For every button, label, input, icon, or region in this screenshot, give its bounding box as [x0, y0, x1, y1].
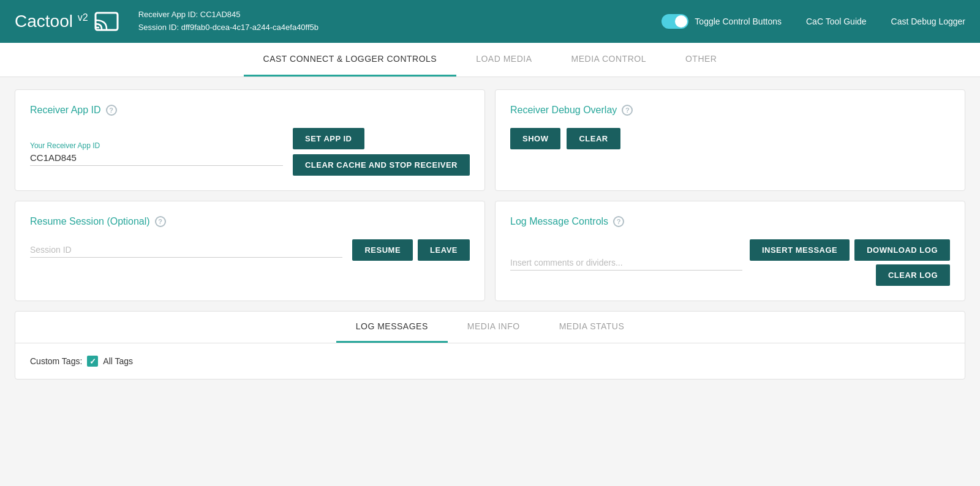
receiver-app-id-input-section: Your Receiver App ID CC1AD845: [30, 141, 283, 176]
cast-icon: [94, 12, 119, 31]
bottom-section: LOG MESSAGES MEDIA INFO MEDIA STATUS Cus…: [15, 311, 965, 379]
toggle-label: Toggle Control Buttons: [695, 17, 782, 26]
receiver-app-id-header: Receiver App ID: CC1AD845: [138, 9, 662, 21]
all-tags-label: All Tags: [103, 356, 133, 366]
tab-other[interactable]: OTHER: [666, 43, 737, 77]
tab-load-media[interactable]: LOAD MEDIA: [456, 43, 551, 77]
show-overlay-button[interactable]: SHOW: [510, 128, 560, 149]
clear-log-button[interactable]: CLEAR LOG: [876, 264, 950, 286]
log-message-controls-card: Log Message Controls ? INSERT MESSAGE DO…: [495, 201, 965, 301]
bottom-tabs: LOG MESSAGES MEDIA INFO MEDIA STATUS: [15, 312, 965, 343]
session-input-wrap: [30, 242, 342, 258]
header-nav: CaC Tool Guide Cast Debug Logger: [806, 17, 965, 26]
all-tags-checkbox[interactable]: [87, 356, 98, 367]
custom-tags-row: Custom Tags: All Tags: [30, 356, 950, 367]
custom-tags-label: Custom Tags:: [30, 356, 82, 366]
clear-cache-button[interactable]: CLEAR CACHE AND STOP RECEIVER: [293, 154, 470, 176]
receiver-debug-overlay-help-icon[interactable]: ?: [622, 105, 633, 116]
toggle-control-buttons[interactable]: Toggle Control Buttons: [662, 14, 782, 29]
logo-text: Cactool v2: [15, 12, 88, 31]
resume-button[interactable]: RESUME: [352, 239, 413, 261]
clear-overlay-button[interactable]: CLEAR: [567, 128, 620, 149]
receiver-app-id-input-label: Your Receiver App ID: [30, 141, 283, 150]
session-id-input[interactable]: [30, 242, 342, 258]
log-buttons: INSERT MESSAGE DOWNLOAD LOG CLEAR LOG: [750, 239, 950, 286]
set-app-id-button[interactable]: SET APP ID: [293, 128, 364, 149]
session-id-header: Session ID: dff9fab0-dcea-4c17-a244-ca4e…: [138, 21, 662, 34]
receiver-app-id-input-value: CC1AD845: [30, 152, 283, 166]
tab-media-control[interactable]: MEDIA CONTROL: [552, 43, 666, 77]
tab-media-status[interactable]: MEDIA STATUS: [540, 312, 644, 343]
debug-overlay-buttons: SHOW CLEAR: [510, 128, 950, 149]
resume-session-body: RESUME LEAVE: [30, 239, 470, 261]
insert-message-button[interactable]: INSERT MESSAGE: [750, 239, 850, 261]
receiver-debug-overlay-card: Receiver Debug Overlay ? SHOW CLEAR: [495, 89, 965, 191]
header-info: Receiver App ID: CC1AD845 Session ID: df…: [138, 9, 662, 34]
nav-cast-debug-logger[interactable]: Cast Debug Logger: [891, 17, 965, 26]
top-tabs-container: CAST CONNECT & LOGGER CONTROLS LOAD MEDI…: [0, 43, 980, 77]
receiver-app-id-actions: SET APP ID CLEAR CACHE AND STOP RECEIVER: [293, 128, 470, 176]
receiver-app-id-help-icon[interactable]: ?: [106, 105, 117, 116]
receiver-app-id-body: Your Receiver App ID CC1AD845 SET APP ID…: [30, 128, 470, 176]
toggle-switch[interactable]: [662, 14, 688, 29]
app-header: Cactool v2 Receiver App ID: CC1AD845 Ses…: [0, 0, 980, 43]
tab-media-info[interactable]: MEDIA INFO: [448, 312, 540, 343]
download-log-button[interactable]: DOWNLOAD LOG: [854, 239, 950, 261]
receiver-app-id-card: Receiver App ID ? Your Receiver App ID C…: [15, 89, 485, 191]
resume-session-title: Resume Session (Optional) ?: [30, 216, 470, 227]
tab-cast-connect[interactable]: CAST CONNECT & LOGGER CONTROLS: [244, 43, 457, 77]
tab-log-messages[interactable]: LOG MESSAGES: [336, 312, 448, 343]
log-message-help-icon[interactable]: ?: [613, 216, 624, 227]
cards-grid: Receiver App ID ? Your Receiver App ID C…: [15, 89, 965, 301]
log-buttons-row-2: CLEAR LOG: [876, 264, 950, 286]
resume-session-card: Resume Session (Optional) ? RESUME LEAVE: [15, 201, 485, 301]
log-message-body: INSERT MESSAGE DOWNLOAD LOG CLEAR LOG: [510, 239, 950, 286]
nav-cac-tool-guide[interactable]: CaC Tool Guide: [806, 17, 867, 26]
log-message-input[interactable]: [510, 255, 742, 271]
leave-button[interactable]: LEAVE: [418, 239, 470, 261]
bottom-content: Custom Tags: All Tags: [15, 343, 965, 379]
main-content: Receiver App ID ? Your Receiver App ID C…: [0, 77, 980, 392]
logo: Cactool v2: [15, 12, 119, 31]
log-buttons-row-1: INSERT MESSAGE DOWNLOAD LOG: [750, 239, 950, 261]
top-tabs: CAST CONNECT & LOGGER CONTROLS LOAD MEDI…: [0, 43, 980, 77]
session-buttons: RESUME LEAVE: [352, 239, 470, 261]
resume-session-help-icon[interactable]: ?: [155, 216, 166, 227]
receiver-debug-overlay-title: Receiver Debug Overlay ?: [510, 105, 950, 116]
receiver-app-id-title: Receiver App ID ?: [30, 105, 470, 116]
log-message-controls-title: Log Message Controls ?: [510, 216, 950, 227]
